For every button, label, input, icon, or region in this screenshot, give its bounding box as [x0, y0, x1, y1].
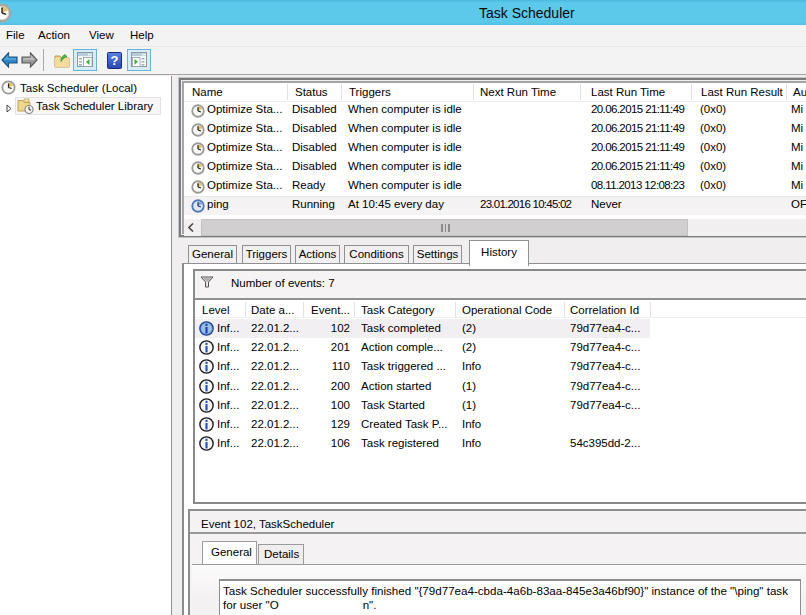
- svg-text:?: ?: [111, 53, 119, 68]
